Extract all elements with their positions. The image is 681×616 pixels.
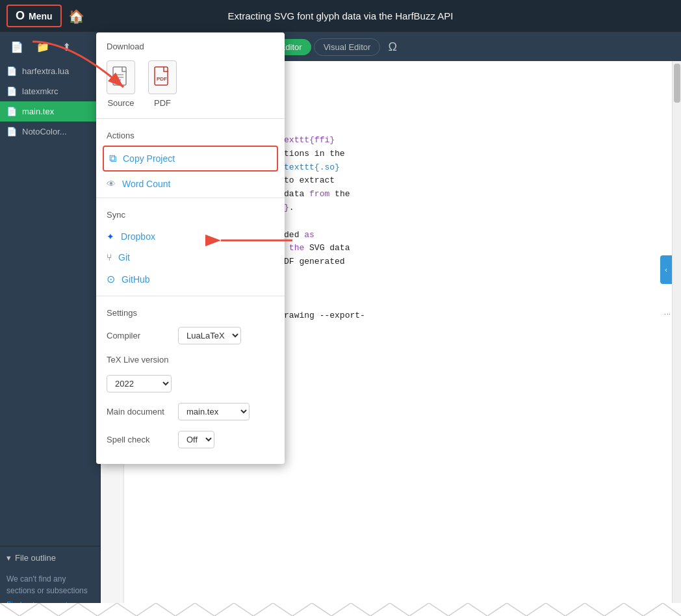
sidebar: 📄 harfextra.lua 📄 latexmkrc 📄 main.tex 📄…	[0, 61, 101, 616]
svg-rect-0	[113, 67, 126, 85]
svg-text:PDF: PDF	[157, 76, 167, 82]
side-dots: ⋮	[663, 311, 672, 318]
github-icon: ⊙	[107, 273, 115, 285]
github-label: GitHub	[122, 274, 150, 285]
texlive-select[interactable]: 2022	[107, 375, 172, 392]
scrollbar-thumb[interactable]	[674, 64, 680, 103]
sync-section-title: Sync	[96, 201, 285, 224]
download-icons-row: Source PDF PDF	[96, 55, 285, 116]
file-icon: 📄	[6, 127, 17, 136]
divider-1	[96, 118, 285, 119]
file-outline-label: File outline	[15, 553, 56, 563]
spell-check-setting-row: Spell check Off	[107, 426, 274, 454]
word-count-label: Word Count	[122, 179, 170, 189]
copy-project-label: Copy Project	[123, 153, 175, 164]
dropbox-sync-button[interactable]: ✦ Dropbox	[96, 226, 285, 247]
scrollbar-track[interactable]	[672, 61, 681, 616]
dropbox-label: Dropbox	[121, 231, 155, 242]
spell-check-select[interactable]: Off	[178, 431, 214, 448]
tab-visual-editor[interactable]: Visual Editor	[314, 38, 381, 56]
file-icon: 📄	[6, 66, 17, 76]
file-outline-message: We can't find any sections or subsection…	[0, 569, 100, 600]
top-navigation: О Menu 🏠 Extracting SVG font glyph data …	[0, 0, 681, 32]
texlive-select-row: 2022	[107, 370, 274, 398]
actions-section-title: Actions	[96, 122, 285, 144]
download-source-button[interactable]: Source	[107, 60, 135, 108]
outline-message-text: We can't find any sections or subsection…	[6, 574, 88, 595]
git-label: Git	[118, 252, 130, 263]
home-button[interactable]: 🏠	[68, 8, 84, 24]
filename-harfextra: harfextra.lua	[22, 66, 69, 76]
filename-notocolor: NotoColor...	[22, 127, 67, 136]
upload-button[interactable]: ⬆	[58, 38, 75, 56]
main-doc-select[interactable]: main.tex	[178, 403, 250, 420]
compiler-setting-row: Compiler LuaLaTeX	[107, 322, 274, 350]
main-doc-label: Main document	[107, 407, 172, 417]
texlive-setting-row: TeX Live version	[107, 350, 274, 370]
open-folder-button[interactable]: 📁	[32, 38, 53, 56]
git-sync-button[interactable]: ⑂ Git	[96, 247, 285, 268]
spell-check-label: Spell check	[107, 435, 172, 444]
divider-3	[96, 296, 285, 296]
pdf-file-icon: PDF	[148, 60, 177, 94]
source-file-icon	[107, 60, 135, 94]
download-section-title: Download	[96, 32, 285, 55]
eye-icon: 👁	[107, 179, 116, 189]
right-panel-toggle[interactable]: ‹	[660, 255, 672, 284]
file-icon: 📄	[6, 86, 17, 96]
filename-latexmkrc: latexmkrc	[22, 86, 58, 96]
settings-section: Compiler LuaLaTeX TeX Live version 2022 …	[96, 322, 285, 454]
new-file-button[interactable]: 📄	[6, 38, 27, 56]
copy-project-button[interactable]: ⧉ Copy Project	[103, 146, 278, 172]
folder-icon: 📁	[36, 42, 49, 53]
new-file-icon: 📄	[10, 42, 23, 53]
filename-maintex: main.tex	[22, 107, 54, 116]
pdf-label: PDF	[154, 98, 171, 108]
sidebar-item-harfextra[interactable]: 📄 harfextra.lua	[0, 61, 100, 81]
git-icon: ⑂	[107, 252, 112, 263]
sync-items: ✦ Dropbox ⑂ Git ⊙ GitHub	[96, 224, 285, 293]
sidebar-item-maintex[interactable]: 📄 main.tex	[0, 101, 100, 122]
settings-section-title: Settings	[96, 299, 285, 322]
github-sync-button[interactable]: ⊙ GitHub	[96, 268, 285, 290]
bottom-decoration	[0, 603, 681, 616]
home-icon: 🏠	[68, 9, 84, 23]
sidebar-item-latexmkrc[interactable]: 📄 latexmkrc	[0, 81, 100, 101]
page-title: Extracting SVG font glyph data via the H…	[228, 10, 454, 21]
omega-tab-button[interactable]: Ω	[383, 38, 402, 57]
download-pdf-button[interactable]: PDF PDF	[148, 60, 177, 108]
menu-omega-icon: О	[16, 9, 25, 23]
file-icon: 📄	[6, 107, 17, 116]
chevron-down-icon: ▾	[6, 553, 11, 563]
copy-icon: ⧉	[109, 153, 116, 164]
dropbox-icon: ✦	[107, 231, 114, 242]
menu-button[interactable]: О Menu	[6, 5, 62, 27]
compiler-select[interactable]: LuaLaTeX	[178, 327, 241, 344]
main-layout: 📄 harfextra.lua 📄 latexmkrc 📄 main.tex 📄…	[0, 61, 681, 616]
dropdown-menu-panel: Download Source	[96, 32, 285, 464]
main-doc-setting-row: Main document main.tex	[107, 398, 274, 426]
sidebar-item-notocolor[interactable]: 📄 NotoColor...	[0, 122, 100, 142]
divider-2	[96, 198, 285, 198]
texlive-label: TeX Live version	[107, 355, 172, 365]
upload-icon: ⬆	[62, 42, 71, 53]
menu-label: Menu	[29, 11, 53, 21]
file-outline-header[interactable]: ▾ File outline	[0, 546, 100, 569]
word-count-button[interactable]: 👁 Word Count	[96, 173, 285, 195]
source-label: Source	[107, 98, 134, 108]
compiler-label: Compiler	[107, 331, 172, 340]
